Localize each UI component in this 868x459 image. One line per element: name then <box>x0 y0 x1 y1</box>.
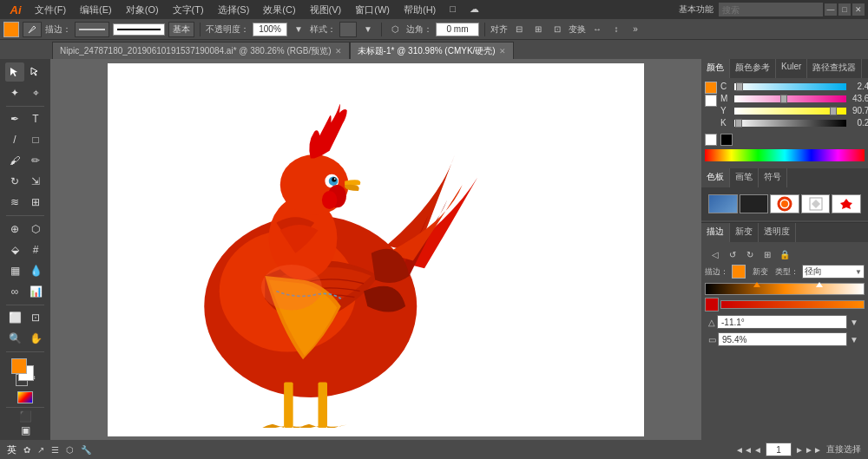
mode-icon[interactable]: □ <box>443 2 463 18</box>
fill-color-swatch[interactable] <box>3 22 19 37</box>
nav-prev-btn[interactable]: ◄ <box>752 443 764 456</box>
color-fill-swatch[interactable] <box>705 82 717 94</box>
gradient-type-dropdown[interactable]: 径向 ▼ <box>802 265 865 279</box>
paintbrush-tool[interactable]: 🖌 <box>5 151 24 170</box>
chart-tool[interactable]: 📊 <box>26 282 45 301</box>
maximize-button[interactable]: □ <box>838 3 851 16</box>
free-transform-tool[interactable]: ⊞ <box>26 193 45 212</box>
color-tab[interactable]: 颜色 <box>701 59 730 78</box>
transform-flip-v-icon[interactable]: ↕ <box>608 22 624 37</box>
selection-tool[interactable] <box>5 62 24 82</box>
draw-mode-icon[interactable]: ⬛ <box>16 410 35 423</box>
hand-tool[interactable]: ✋ <box>26 329 45 348</box>
transform-flip-h-icon[interactable]: ↔ <box>589 22 605 37</box>
page-number-input[interactable] <box>766 443 792 456</box>
direct-selection-tool[interactable] <box>26 62 45 82</box>
black-swatch[interactable] <box>720 134 733 146</box>
corner-input[interactable] <box>436 23 479 36</box>
scale-input[interactable] <box>718 332 847 346</box>
rotate-tool[interactable]: ↻ <box>5 172 24 191</box>
base-btn[interactable]: 基本 <box>168 22 194 37</box>
canvas-area[interactable] <box>50 59 701 440</box>
status-tool-3[interactable]: ☰ <box>51 445 59 455</box>
transparency-tab[interactable]: 透明度 <box>759 223 796 242</box>
search-input[interactable] <box>719 3 823 16</box>
blend-tool[interactable]: ∞ <box>5 282 24 301</box>
gradient-tool[interactable]: ▦ <box>5 261 24 280</box>
style-preview[interactable] <box>339 22 357 37</box>
live-paint-tool[interactable]: ⬡ <box>26 220 45 239</box>
menu-effect[interactable]: 效果(C) <box>256 2 302 18</box>
gradient-slider-bar[interactable] <box>705 283 865 295</box>
status-tool-5[interactable]: 🔧 <box>81 445 91 455</box>
gradient-stop-1[interactable] <box>753 282 760 287</box>
brush-tab[interactable]: 画笔 <box>730 168 759 187</box>
pathfinder-tab[interactable]: 路径查找器 <box>807 59 862 78</box>
appear-undo-icon[interactable]: ↺ <box>726 247 740 261</box>
stroke-options[interactable] <box>75 22 109 37</box>
swatch-1[interactable] <box>708 194 738 213</box>
magic-wand-tool[interactable]: ✦ <box>5 83 24 102</box>
align-right-icon[interactable]: ⊡ <box>549 22 565 37</box>
appear-fill-swatch[interactable] <box>732 265 746 279</box>
red-swatch[interactable] <box>705 298 719 311</box>
pencil-tool[interactable]: ✏ <box>26 151 45 170</box>
tab-1[interactable]: Nipic_24787180_20190610191537190084.ai* … <box>52 42 350 59</box>
scale-down-icon[interactable]: ▼ <box>847 332 861 346</box>
swatch-4[interactable] <box>801 194 831 213</box>
mesh-tool[interactable]: # <box>26 240 45 259</box>
menu-help[interactable]: 帮助(H) <box>397 2 443 18</box>
nav-first-btn[interactable]: ◄◄ <box>738 443 750 456</box>
menu-window[interactable]: 窗口(W) <box>348 2 397 18</box>
zoom-tool[interactable]: 🔍 <box>5 329 24 348</box>
artboard-tool[interactable]: ⬜ <box>5 308 24 327</box>
appear-grid-icon[interactable]: ⊞ <box>760 247 774 261</box>
m-slider[interactable] <box>734 95 846 102</box>
gradient-tab[interactable]: 新变 <box>730 223 759 242</box>
k-slider[interactable] <box>734 120 846 127</box>
swatch-3[interactable] <box>770 194 799 213</box>
pen-tool-btn[interactable] <box>23 22 42 37</box>
eyedropper-tool[interactable]: 💧 <box>26 261 45 280</box>
swatch-5[interactable] <box>832 194 861 213</box>
foreground-color-swatch[interactable] <box>11 358 27 374</box>
color-spectrum[interactable] <box>705 149 865 161</box>
tab-1-close[interactable]: ✕ <box>335 47 342 56</box>
angle-down-icon[interactable]: ▼ <box>847 315 861 329</box>
tab-2[interactable]: 未标题-1* @ 310.98% (CMYK/硬壳) ✕ <box>350 42 514 59</box>
stroke-tab[interactable]: 描边 <box>701 223 730 242</box>
minimize-button[interactable]: — <box>825 3 837 16</box>
appear-redo-icon[interactable]: ↻ <box>743 247 757 261</box>
y-slider[interactable] <box>734 108 846 115</box>
appear-lock-icon[interactable]: 🔒 <box>778 247 792 261</box>
rectangle-tool[interactable]: □ <box>26 130 45 149</box>
status-tool-4[interactable]: ⬡ <box>66 445 74 455</box>
pen-tool[interactable]: ✒ <box>5 109 24 128</box>
nav-last-btn[interactable]: ►► <box>807 443 819 456</box>
color-ref-tab[interactable]: 颜色参考 <box>730 59 776 78</box>
gradient-stop-2[interactable] <box>816 282 823 287</box>
status-tool-1[interactable]: ✿ <box>23 445 30 455</box>
close-button[interactable]: ✕ <box>852 3 865 16</box>
screen-mode-icon[interactable]: ▣ <box>16 424 35 436</box>
align-center-icon[interactable]: ⊞ <box>530 22 546 37</box>
symbol-tab[interactable]: 符号 <box>759 168 787 187</box>
style-down-icon[interactable]: ▼ <box>360 22 376 37</box>
opacity-down-icon[interactable]: ▼ <box>291 22 306 37</box>
status-tool-2[interactable]: ↗ <box>37 445 44 455</box>
kuler-tab[interactable]: Kuler <box>776 59 807 78</box>
menu-edit[interactable]: 编辑(E) <box>73 2 119 18</box>
lang-indicator[interactable]: 英 <box>7 443 16 456</box>
lasso-tool[interactable]: ⌖ <box>26 83 45 102</box>
align-left-icon[interactable]: ⊟ <box>511 22 527 37</box>
line-tool[interactable]: / <box>5 130 24 149</box>
menu-text[interactable]: 文字(T) <box>166 2 211 18</box>
scale-tool[interactable]: ⇲ <box>26 172 45 191</box>
slice-tool[interactable]: ⊡ <box>26 308 45 327</box>
transform-more-icon[interactable]: » <box>628 22 643 37</box>
cloud-icon[interactable]: ☁ <box>463 2 486 18</box>
tab-2-close[interactable]: ✕ <box>499 47 506 56</box>
white-swatch[interactable] <box>705 134 717 146</box>
swatches-tab[interactable]: 色板 <box>701 168 730 187</box>
perspective-tool[interactable]: ⬙ <box>5 240 24 259</box>
